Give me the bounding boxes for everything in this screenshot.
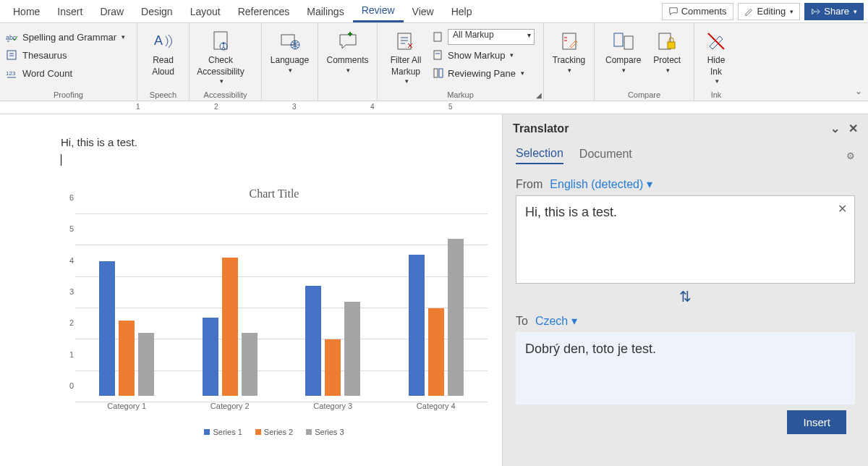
body-text[interactable]: Hi, this is a test. xyxy=(61,136,502,148)
group-ink: Ink xyxy=(700,89,732,101)
ribbon-comments[interactable]: Comments▾ xyxy=(324,26,371,75)
markup-icons[interactable]: All Markup xyxy=(433,29,535,45)
tab-design[interactable]: Design xyxy=(132,1,182,22)
collapse-ribbon[interactable]: ⌄ xyxy=(855,86,862,96)
swap-languages[interactable]: ⇅ xyxy=(516,288,855,305)
bar xyxy=(99,261,115,396)
text-cursor xyxy=(61,154,61,166)
svg-rect-1 xyxy=(7,51,16,59)
svg-rect-14 xyxy=(434,51,441,59)
group-accessibility: Accessibility xyxy=(195,89,255,101)
editing-button[interactable]: Editing▾ xyxy=(738,3,801,20)
target-text: Dobrý den, toto je test. xyxy=(516,332,855,404)
from-label: From xyxy=(516,178,542,191)
reviewing-pane[interactable]: Reviewing Pane▾ xyxy=(433,65,535,81)
close-icon[interactable]: ✕ xyxy=(848,122,858,135)
group-speech: Speech xyxy=(143,89,183,101)
chart[interactable]: Chart Title 0123456Category 1Category 2C… xyxy=(61,187,488,436)
group-proofing: Proofing xyxy=(6,89,131,101)
tab-mailings[interactable]: Mailings xyxy=(298,1,352,22)
word-count[interactable]: 123Word Count xyxy=(6,65,125,81)
tab-references[interactable]: References xyxy=(229,1,299,22)
svg-rect-10 xyxy=(281,35,294,45)
svg-point-9 xyxy=(223,43,225,45)
bar xyxy=(222,258,238,396)
hide-ink[interactable]: Hide Ink▾ xyxy=(700,26,732,86)
bar xyxy=(344,302,360,396)
show-markup[interactable]: Show Markup▾ xyxy=(433,47,535,63)
to-language[interactable]: Czech ▾ xyxy=(535,314,577,328)
svg-rect-22 xyxy=(668,42,675,48)
insert-button[interactable]: Insert xyxy=(787,410,846,434)
document-area[interactable]: Hi, this is a test. Chart Title 0123456C… xyxy=(0,114,502,466)
svg-rect-13 xyxy=(434,33,441,41)
tab-home[interactable]: Home xyxy=(4,1,48,22)
protect[interactable]: Protect▾ xyxy=(646,26,688,75)
bar xyxy=(409,255,425,396)
group-markup: Markup xyxy=(383,89,537,101)
svg-rect-19 xyxy=(614,33,623,46)
tracking[interactable]: Tracking▾ xyxy=(550,26,588,75)
chart-legend: Series 1Series 2Series 3 xyxy=(61,428,488,436)
markup-dropdown[interactable]: All Markup xyxy=(448,29,535,45)
comments-button[interactable]: Comments xyxy=(662,3,733,20)
gear-icon[interactable]: ⚙ xyxy=(846,151,855,161)
bar xyxy=(325,339,341,396)
tab-document[interactable]: Document xyxy=(579,148,632,164)
language[interactable]: Language▾ xyxy=(268,26,312,75)
bar xyxy=(119,321,135,396)
check-accessibility[interactable]: Check Accessibility▾ xyxy=(195,26,246,86)
chevron-down-icon[interactable]: ⌄ xyxy=(830,122,840,135)
tab-layout[interactable]: Layout xyxy=(182,1,229,22)
svg-text:A: A xyxy=(154,33,163,48)
tab-view[interactable]: View xyxy=(404,1,443,22)
tab-help[interactable]: Help xyxy=(443,1,481,22)
bar xyxy=(448,239,464,396)
svg-text:123: 123 xyxy=(6,70,16,77)
clear-icon[interactable]: ✕ xyxy=(838,202,847,216)
thesaurus[interactable]: Thesaurus xyxy=(6,47,125,63)
share-button[interactable]: Share▾ xyxy=(804,3,864,20)
bar xyxy=(305,286,321,396)
spelling-grammar[interactable]: abcSpelling and Grammar▾ xyxy=(6,29,125,45)
to-label: To xyxy=(516,315,528,328)
tab-insert[interactable]: Insert xyxy=(48,1,91,22)
compare[interactable]: Compare▾ xyxy=(600,26,646,75)
from-language[interactable]: English (detected) ▾ xyxy=(550,177,652,191)
read-aloud[interactable]: ARead Aloud xyxy=(143,26,183,77)
bar xyxy=(242,333,258,396)
svg-rect-16 xyxy=(434,69,438,77)
translator-pane: Translator ⌄ ✕ Selection Document ⚙ From… xyxy=(502,114,868,466)
tab-selection[interactable]: Selection xyxy=(516,147,563,164)
bar xyxy=(428,308,444,396)
svg-rect-20 xyxy=(624,36,633,49)
svg-rect-18 xyxy=(563,33,576,49)
svg-rect-7 xyxy=(214,32,227,49)
chart-title: Chart Title xyxy=(61,187,488,200)
svg-rect-17 xyxy=(439,69,443,77)
ribbon: abcSpelling and Grammar▾ Thesaurus 123Wo… xyxy=(0,23,868,101)
group-compare: Compare xyxy=(600,89,688,101)
ruler[interactable]: 1 2 3 4 5 xyxy=(0,101,868,114)
markup-dialog-launcher[interactable]: ◢ xyxy=(536,91,542,99)
source-text[interactable]: Hi, this is a test. ✕ xyxy=(516,195,855,284)
bar xyxy=(203,318,218,396)
filter-markup[interactable]: Filter All Markup▾ xyxy=(383,26,428,86)
pane-title: Translator xyxy=(513,122,569,135)
bar xyxy=(138,333,154,396)
menu-tabs: Home Insert Draw Design Layout Reference… xyxy=(0,0,868,23)
tab-draw[interactable]: Draw xyxy=(91,1,132,22)
tab-review[interactable]: Review xyxy=(353,0,404,22)
